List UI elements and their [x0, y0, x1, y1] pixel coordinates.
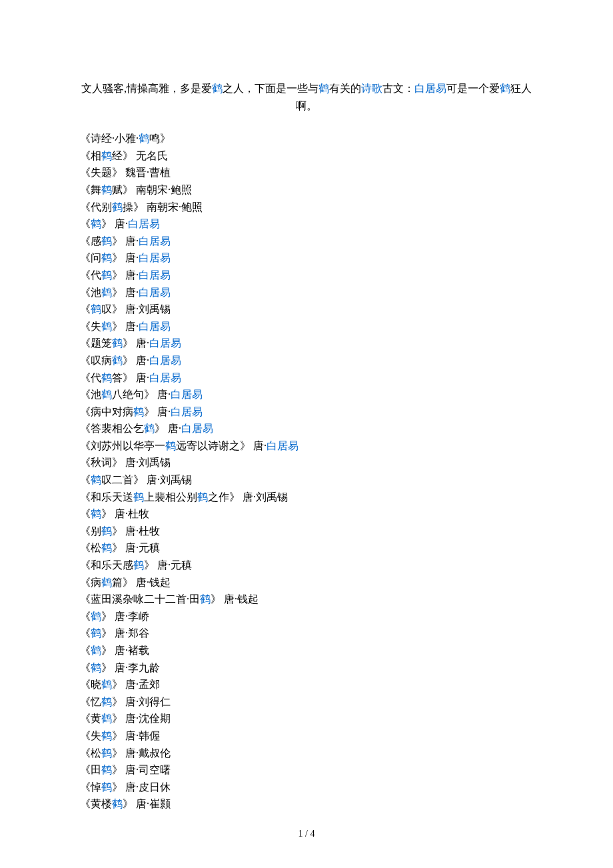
link-text[interactable]: 鹤: [133, 406, 144, 417]
link-text[interactable]: 白居易: [139, 252, 171, 263]
link-text[interactable]: 鹤: [212, 83, 223, 94]
link-text[interactable]: 白居易: [267, 440, 299, 451]
link-text[interactable]: 鹤: [101, 525, 112, 537]
link-text[interactable]: 鹤: [91, 627, 101, 639]
static-text: 上裴相公别: [144, 491, 197, 503]
static-text: 》 唐·崔颢: [123, 798, 171, 809]
link-text[interactable]: 鹤: [101, 730, 112, 741]
list-item: 《池鹤》 唐·白居易: [80, 284, 533, 301]
list-item: 《失鹤》 唐·白居易: [80, 318, 533, 335]
link-text[interactable]: 鹤: [101, 542, 112, 553]
static-text: 》 唐·李九龄: [101, 662, 160, 673]
link-text[interactable]: 白居易: [149, 337, 181, 349]
link-text[interactable]: 鹤: [112, 337, 123, 349]
static-text: 》 唐·刘得仁: [112, 696, 171, 707]
static-text: 《代别: [80, 201, 112, 213]
link-text[interactable]: 鹤: [112, 798, 123, 809]
link-text[interactable]: 鹤: [133, 559, 144, 571]
link-text[interactable]: 鹤: [197, 491, 208, 503]
link-text[interactable]: 鹤: [101, 287, 112, 298]
static-text: 《病中对病: [80, 406, 133, 417]
link-text[interactable]: 鹤: [101, 321, 112, 332]
static-text: 《别: [80, 525, 101, 537]
list-item: 《田鹤》 唐·司空曙: [80, 761, 533, 779]
static-text: 《: [80, 611, 91, 622]
link-text[interactable]: 白居易: [139, 235, 171, 247]
link-text[interactable]: 鹤: [101, 269, 112, 281]
link-text[interactable]: 鹤: [101, 150, 112, 161]
link-text[interactable]: 鹤: [101, 389, 112, 400]
static-text: 》 唐·: [144, 406, 171, 417]
static-text: 操》 南朝宋·鲍照: [123, 201, 203, 213]
list-item: 《失鹤》 唐·韩偓: [80, 727, 533, 745]
link-text[interactable]: 鹤: [101, 781, 112, 793]
link-text[interactable]: 鹤: [133, 491, 144, 503]
static-text: 《田: [80, 764, 101, 775]
static-text: 叹》 唐·刘禹锡: [101, 303, 171, 315]
link-text[interactable]: 鹤: [91, 218, 101, 229]
link-text[interactable]: 白居易: [171, 389, 203, 400]
link-text[interactable]: 白居易: [139, 321, 171, 332]
list-item: 《题笼鹤》 唐·白居易: [80, 335, 533, 352]
link-text[interactable]: 鹤: [101, 747, 112, 759]
link-text[interactable]: 鹤: [500, 83, 510, 94]
list-item: 《失题》 魏晋·曹植: [80, 164, 533, 181]
link-text[interactable]: 鹤: [144, 423, 155, 434]
link-text[interactable]: 诗歌: [361, 83, 382, 94]
static-text: 《和乐天送: [80, 491, 133, 503]
link-text[interactable]: 鹤: [101, 679, 112, 690]
list-item: 《问鹤》 唐·白居易: [80, 249, 533, 267]
link-text[interactable]: 鹤: [91, 508, 101, 519]
link-text[interactable]: 鹤: [91, 662, 101, 673]
static-text: 《失题》 魏晋·曹植: [80, 167, 171, 178]
link-text[interactable]: 鹤: [101, 184, 112, 195]
link-text[interactable]: 鹤: [165, 440, 176, 451]
link-text[interactable]: 鹤: [101, 252, 112, 263]
link-text[interactable]: 鹤: [200, 593, 211, 605]
link-text[interactable]: 白居易: [139, 269, 171, 281]
link-text[interactable]: 鹤: [101, 372, 112, 383]
link-text[interactable]: 鹤: [112, 355, 123, 366]
static-text: 可是一个爱: [446, 83, 500, 94]
link-text[interactable]: 白居易: [181, 423, 213, 434]
link-text[interactable]: 鹤: [91, 645, 101, 656]
list-item: 《和乐天送鹤上裴相公别鹤之作》 唐·刘禹锡: [80, 489, 533, 506]
static-text: 《松: [80, 542, 101, 553]
link-text[interactable]: 鹤: [91, 611, 101, 622]
static-text: 有关的: [329, 83, 361, 94]
link-text[interactable]: 鹤: [101, 235, 112, 247]
static-text: 》 唐·皮日休: [112, 781, 171, 793]
link-text[interactable]: 白居易: [149, 355, 181, 366]
list-item: 《松鹤》 唐·戴叔伦: [80, 745, 533, 762]
static-text: 文人骚客,情操高雅，多是爱: [81, 83, 212, 94]
link-text[interactable]: 鹤: [91, 303, 101, 315]
static-text: 》 唐·元稹: [144, 559, 192, 571]
link-text[interactable]: 白居易: [128, 218, 160, 229]
link-text[interactable]: 鹤: [101, 764, 112, 775]
static-text: 《舞: [80, 184, 101, 195]
link-text[interactable]: 鹤: [101, 696, 112, 707]
link-text[interactable]: 鹤: [318, 83, 329, 94]
link-text[interactable]: 白居易: [149, 372, 181, 383]
link-text[interactable]: 鹤: [101, 713, 112, 724]
static-text: 《忆: [80, 696, 101, 707]
link-text[interactable]: 鹤: [101, 577, 112, 588]
link-text[interactable]: 鹤: [112, 201, 123, 213]
list-item: 《鹤》 唐·李九龄: [80, 659, 533, 677]
link-text[interactable]: 白居易: [414, 83, 446, 94]
static-text: 八绝句》 唐·: [112, 389, 171, 400]
static-text: 》 唐·: [112, 235, 139, 247]
static-text: 》 唐·: [101, 218, 128, 229]
link-text[interactable]: 白居易: [139, 287, 171, 298]
link-text[interactable]: 白居易: [171, 406, 203, 417]
list-item: 《舞鹤赋》 南朝宋·鲍照: [80, 181, 533, 199]
list-item: 《刘苏州以华亭一鹤远寄以诗谢之》 唐·白居易: [80, 437, 533, 455]
link-text[interactable]: 鹤: [91, 474, 101, 485]
static-text: 《悼: [80, 781, 101, 793]
static-text: 》 唐·: [112, 287, 139, 298]
list-item: 《鹤》 唐·杜牧: [80, 505, 533, 523]
list-item: 《别鹤》 唐·杜牧: [80, 523, 533, 540]
static-text: 鸣》: [149, 133, 171, 144]
link-text[interactable]: 鹤: [139, 133, 149, 144]
list-item: 《秋词》 唐·刘禹锡: [80, 454, 533, 471]
